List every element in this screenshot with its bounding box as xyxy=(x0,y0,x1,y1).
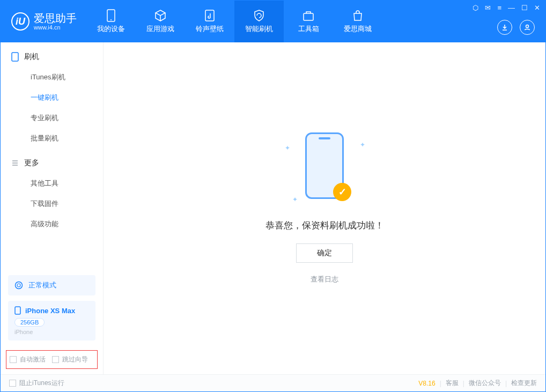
device-name-label: iPhone XS Max xyxy=(25,307,75,315)
success-illustration: ✓ ✦ ✦ ✦ xyxy=(276,132,373,208)
ok-button[interactable]: 确定 xyxy=(296,243,353,263)
bottom-options-highlighted: 自动激活 跳过向导 xyxy=(6,350,98,369)
nav-toolbox[interactable]: 工具箱 xyxy=(284,1,333,42)
app-subtitle: www.i4.cn xyxy=(34,24,77,31)
account-button[interactable] xyxy=(520,20,535,35)
app-header: iU 爱思助手 www.i4.cn 我的设备 应用游戏 铃声壁纸 智能刷机 工具… xyxy=(1,1,545,42)
footer-link-wechat[interactable]: 微信公众号 xyxy=(469,379,501,388)
sidebar-item-pro-flash[interactable]: 专业刷机 xyxy=(1,108,103,128)
checkbox-icon xyxy=(52,356,59,363)
nav-label: 工具箱 xyxy=(298,24,319,34)
checkbox-label: 跳过向导 xyxy=(62,355,88,364)
list-icon xyxy=(11,159,19,167)
sidebar-item-other-tools[interactable]: 其他工具 xyxy=(1,173,103,194)
mode-label: 正常模式 xyxy=(28,280,56,290)
minimize-button[interactable]: ― xyxy=(508,4,515,12)
svg-point-1 xyxy=(110,19,112,20)
version-label: V8.16 xyxy=(418,380,435,387)
menu-icon[interactable]: ≡ xyxy=(497,4,501,12)
sidebar-item-download-firmware[interactable]: 下载固件 xyxy=(1,194,103,214)
nav-apps-games[interactable]: 应用游戏 xyxy=(136,1,185,42)
download-button[interactable] xyxy=(497,20,512,35)
phone-outline-icon xyxy=(14,306,21,315)
device-icon xyxy=(105,9,117,22)
refresh-shield-icon xyxy=(253,9,265,22)
sidebar-item-advanced[interactable]: 高级功能 xyxy=(1,214,103,234)
checkbox-block-itunes[interactable]: 阻止iTunes运行 xyxy=(9,379,64,388)
view-log-link[interactable]: 查看日志 xyxy=(311,275,338,284)
sidebar: 刷机 iTunes刷机 一键刷机 专业刷机 批量刷机 更多 其他工具 下载固件 … xyxy=(1,42,104,374)
nav-label: 铃声壁纸 xyxy=(196,24,224,34)
sidebar-item-oneclick-flash[interactable]: 一键刷机 xyxy=(1,87,103,108)
feedback-icon[interactable]: ✉ xyxy=(485,4,491,12)
checkbox-label: 自动激活 xyxy=(20,355,46,364)
download-icon xyxy=(501,24,508,31)
nav-smart-flash[interactable]: 智能刷机 xyxy=(234,1,284,42)
checkbox-icon xyxy=(10,356,17,363)
main-nav: 我的设备 应用游戏 铃声壁纸 智能刷机 工具箱 爱思商城 xyxy=(86,1,382,42)
sparkle-icon: ✦ xyxy=(292,196,298,203)
sync-icon xyxy=(14,281,23,290)
logo-block: iU 爱思助手 www.i4.cn xyxy=(1,1,86,42)
logo-icon: iU xyxy=(11,12,29,31)
nav-ringtones-wallpapers[interactable]: 铃声壁纸 xyxy=(185,1,234,42)
svg-rect-7 xyxy=(15,307,20,314)
shirt-icon[interactable]: ⬡ xyxy=(473,4,478,12)
nav-label: 应用游戏 xyxy=(146,24,174,34)
svg-rect-2 xyxy=(205,10,214,21)
sparkle-icon: ✦ xyxy=(360,141,365,149)
svg-rect-3 xyxy=(304,13,313,20)
toolbox-icon xyxy=(302,9,315,22)
sidebar-item-itunes-flash[interactable]: iTunes刷机 xyxy=(1,67,103,87)
nav-label: 我的设备 xyxy=(97,24,125,34)
maximize-button[interactable]: ☐ xyxy=(521,4,528,12)
app-title: 爱思助手 xyxy=(34,12,77,24)
nav-my-device[interactable]: 我的设备 xyxy=(86,1,136,42)
device-type-label: iPhone xyxy=(14,329,89,335)
checkbox-label: 阻止iTunes运行 xyxy=(19,379,64,388)
success-message: 恭喜您，保资料刷机成功啦！ xyxy=(265,219,384,232)
music-file-icon xyxy=(203,9,216,22)
checkbox-auto-activate[interactable]: 自动激活 xyxy=(10,355,46,364)
nav-label: 智能刷机 xyxy=(245,24,273,34)
footer-link-support[interactable]: 客服 xyxy=(446,379,459,388)
close-button[interactable]: ✕ xyxy=(534,4,540,12)
svg-point-6 xyxy=(16,282,23,289)
sidebar-section-more: 更多 xyxy=(1,149,103,173)
checkbox-skip-guide[interactable]: 跳过向导 xyxy=(52,355,88,364)
nav-store[interactable]: 爱思商城 xyxy=(333,1,382,42)
section-title: 刷机 xyxy=(24,52,39,62)
main-content: ✓ ✦ ✦ ✦ 恭喜您，保资料刷机成功啦！ 确定 查看日志 xyxy=(104,42,545,374)
sparkle-icon: ✦ xyxy=(285,144,290,152)
svg-point-4 xyxy=(526,25,529,28)
storage-badge: 256GB xyxy=(14,318,45,327)
checkbox-icon xyxy=(9,380,16,387)
footer-link-update[interactable]: 检查更新 xyxy=(511,379,537,388)
phone-small-icon xyxy=(11,52,19,62)
device-card[interactable]: iPhone XS Max 256GB iPhone xyxy=(8,301,95,341)
section-title: 更多 xyxy=(24,158,39,168)
svg-rect-5 xyxy=(12,53,18,61)
mode-card[interactable]: 正常模式 xyxy=(8,275,95,295)
header-right-buttons xyxy=(497,20,535,35)
bag-icon xyxy=(351,9,364,22)
nav-label: 爱思商城 xyxy=(344,24,372,34)
titlebar-controls: ⬡ ✉ ≡ ― ☐ ✕ xyxy=(473,4,540,12)
user-icon xyxy=(523,24,531,31)
cube-icon xyxy=(154,9,167,22)
sidebar-item-batch-flash[interactable]: 批量刷机 xyxy=(1,128,103,149)
status-bar: 阻止iTunes运行 V8.16 | 客服 | 微信公众号 | 检查更新 xyxy=(1,374,545,391)
sidebar-section-flash: 刷机 xyxy=(1,42,103,67)
check-badge-icon: ✓ xyxy=(333,183,351,201)
